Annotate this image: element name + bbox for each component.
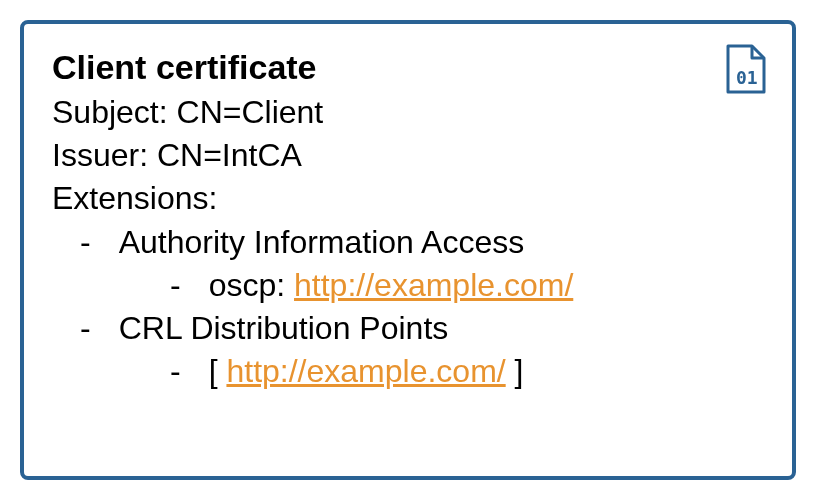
ext-aia-oscp-link[interactable]: http://example.com/ — [294, 267, 573, 303]
subject-label: Subject: — [52, 94, 177, 130]
subject-value: CN=Client — [177, 94, 324, 130]
issuer-label: Issuer: — [52, 137, 157, 173]
ext-crl: CRL Distribution Points — [72, 307, 764, 350]
bracket-open: [ — [209, 353, 227, 389]
ext-aia-oscp-label: oscp: — [209, 267, 294, 303]
certificate-title: Client certificate — [52, 48, 764, 87]
subject-field: Subject: CN=Client — [52, 91, 764, 134]
extensions-list-2: CRL Distribution Points — [72, 307, 764, 350]
issuer-value: CN=IntCA — [157, 137, 302, 173]
ext-aia-sublist: oscp: http://example.com/ — [162, 264, 764, 307]
extensions-label: Extensions: — [52, 177, 764, 220]
issuer-field: Issuer: CN=IntCA — [52, 134, 764, 177]
svg-text:01: 01 — [736, 67, 758, 88]
binary-file-icon: 01 — [722, 44, 768, 100]
ext-aia-oscp: oscp: http://example.com/ — [162, 264, 764, 307]
certificate-box: 01 Client certificate Subject: CN=Client… — [20, 20, 796, 480]
ext-crl-link[interactable]: http://example.com/ — [226, 353, 505, 389]
ext-aia: Authority Information Access — [72, 221, 764, 264]
extensions-list: Authority Information Access — [72, 221, 764, 264]
ext-crl-item: [ http://example.com/ ] — [162, 350, 764, 393]
ext-crl-sublist: [ http://example.com/ ] — [162, 350, 764, 393]
bracket-close: ] — [506, 353, 524, 389]
